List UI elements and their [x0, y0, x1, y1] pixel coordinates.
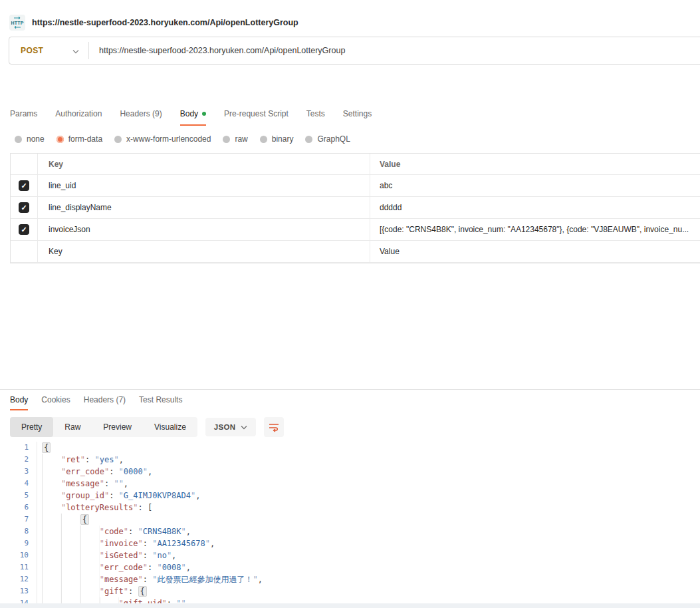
gutter-divider	[29, 454, 37, 466]
gutter-divider	[29, 478, 37, 490]
line-number: 12	[0, 573, 29, 585]
code-text: {	[42, 514, 89, 526]
code-line: 7{	[0, 514, 700, 526]
indent-guides	[42, 573, 100, 585]
tab-tests[interactable]: Tests	[306, 109, 325, 126]
json-token-str: G_4IMJ0KVP8AD4	[119, 491, 196, 500]
json-token-punc: ,	[124, 479, 128, 488]
line-number: 6	[0, 502, 29, 514]
line-number: 3	[0, 466, 29, 478]
code-text: gift: {	[42, 585, 147, 597]
checkbox-checked-icon[interactable]: ✓	[19, 180, 29, 191]
tab-authorization[interactable]: Authorization	[55, 109, 102, 126]
code-line: 4message: ,	[0, 478, 700, 490]
indent-guides	[42, 454, 61, 466]
indent-guides	[42, 537, 100, 549]
green-dot-status-icon	[202, 112, 206, 116]
code-text: group_id: G_4IMJ0KVP8AD4,	[42, 490, 200, 502]
gutter-divider	[29, 561, 37, 573]
json-token-str: AA12345678	[152, 539, 210, 548]
code-line: 5group_id: G_4IMJ0KVP8AD4,	[0, 490, 700, 502]
radio-icon	[15, 136, 22, 143]
mode-form-data[interactable]: form-data	[57, 134, 102, 144]
json-token-key: lotteryResults	[61, 503, 138, 512]
key-field[interactable]: line_uid	[38, 175, 370, 197]
view-pretty-button[interactable]: Pretty	[10, 417, 53, 437]
tab-settings[interactable]: Settings	[343, 109, 372, 126]
response-tab-body[interactable]: Body	[10, 395, 28, 410]
key-field-empty[interactable]: Key	[38, 241, 370, 263]
indent-guides	[42, 526, 100, 537]
json-token-key: message	[61, 479, 104, 488]
mode-binary[interactable]: binary	[260, 134, 294, 144]
json-token-punc: :	[148, 563, 157, 572]
tab-params[interactable]: Params	[10, 109, 37, 126]
tab-body[interactable]: Body	[180, 109, 206, 126]
tab-headers[interactable]: Headers (9)	[120, 109, 162, 126]
json-token-brace: {	[80, 514, 89, 525]
value-field[interactable]: abc	[370, 175, 700, 197]
json-token-punc: ,	[148, 467, 152, 476]
json-token-brace: {	[42, 442, 51, 453]
url-input[interactable]: https://nestle-superfood-2023.horyuken.c…	[89, 46, 345, 55]
json-token-str: 0008	[157, 563, 185, 572]
value-field[interactable]: [{code: "CRNS4B8K", invoice_num: "AA1234…	[370, 219, 700, 241]
view-visualize-button[interactable]: Visualize	[143, 417, 197, 437]
mode-graphql[interactable]: GraphQL	[305, 134, 350, 144]
horizontal-scrollbar-track[interactable]	[0, 603, 700, 608]
key-field[interactable]: line_displayName	[38, 197, 370, 219]
row-checkbox-cell: ✓	[11, 175, 38, 197]
json-token-key: gift	[100, 587, 128, 596]
code-line: 12message: 此發票已經參加使用過了！,	[0, 573, 700, 585]
json-token-punc: ,	[210, 539, 215, 548]
gutter-divider	[29, 442, 37, 454]
row-checkbox-cell: ✓	[11, 219, 38, 241]
indent-guides	[42, 561, 100, 573]
line-number: 9	[0, 537, 29, 549]
json-token-str: 此發票已經參加使用過了！	[152, 575, 257, 584]
code-text: isGeted: no,	[42, 549, 176, 561]
request-title: https://nestle-superfood-2023.horyuken.c…	[32, 18, 298, 27]
format-select[interactable]: JSON	[205, 418, 257, 436]
response-tab-cookies[interactable]: Cookies	[41, 395, 70, 410]
view-raw-button[interactable]: Raw	[53, 417, 92, 437]
json-token-key: group_id	[61, 491, 109, 500]
response-body-json: 1{2ret: yes,3err_code: 0000,4message: ,5…	[0, 442, 700, 608]
line-number: 13	[0, 585, 29, 597]
radio-icon	[114, 136, 122, 143]
chevron-down-icon[interactable]	[72, 45, 79, 57]
response-tab-test-results[interactable]: Test Results	[139, 395, 182, 410]
value-field-empty[interactable]: Value	[370, 241, 700, 263]
mode-none[interactable]: none	[15, 134, 45, 144]
line-number: 2	[0, 454, 29, 466]
code-text: code: CRNS4B8K,	[42, 526, 191, 537]
value-field[interactable]: ddddd	[370, 197, 700, 219]
url-bar: POST https://nestle-superfood-2023.horyu…	[9, 37, 700, 65]
checkbox-checked-icon[interactable]: ✓	[19, 224, 29, 235]
json-token-key: isGeted	[100, 551, 143, 560]
line-number: 7	[0, 514, 29, 526]
indent-guides	[42, 549, 100, 561]
json-token-key: message	[100, 575, 143, 584]
row-checkbox-cell	[11, 241, 38, 263]
json-token-str	[114, 479, 123, 488]
form-data-table: Key Value ✓ line_uid abc ✓ line_displayN…	[10, 153, 700, 263]
indent-guides	[42, 490, 61, 502]
request-header: HTTP https://nestle-superfood-2023.horyu…	[0, 0, 700, 36]
line-number: 1	[0, 442, 29, 454]
wrap-text-button[interactable]	[264, 417, 284, 437]
method-selector[interactable]: POST	[9, 46, 72, 55]
key-field[interactable]: invoiceJson	[38, 219, 370, 241]
gutter-divider	[29, 514, 37, 526]
code-line: 10isGeted: no,	[0, 549, 700, 561]
response-tab-headers[interactable]: Headers (7)	[84, 395, 126, 410]
json-token-key: err_code	[61, 467, 109, 476]
mode-x-www-form-urlencoded[interactable]: x-www-form-urlencoded	[114, 134, 211, 144]
json-token-punc: ,	[172, 551, 176, 560]
tab-pre-request-script[interactable]: Pre-request Script	[224, 109, 289, 126]
checkbox-checked-icon[interactable]: ✓	[19, 202, 29, 213]
json-token-punc: ,	[195, 491, 200, 500]
json-token-punc: ,	[119, 455, 124, 464]
view-preview-button[interactable]: Preview	[92, 417, 143, 437]
mode-raw[interactable]: raw	[223, 134, 247, 144]
